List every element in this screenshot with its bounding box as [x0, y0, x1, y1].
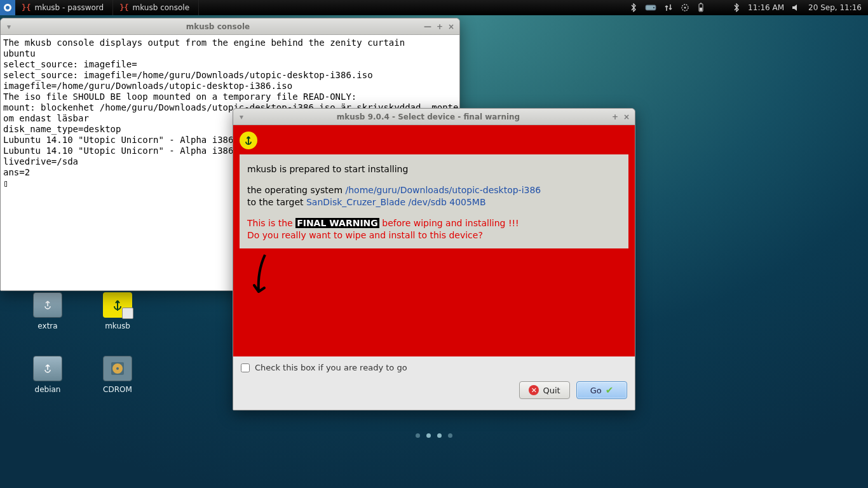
warning-message-box: mkusb is prepared to start installing th…: [240, 154, 628, 248]
clock-2[interactable]: 20 Sep, 11:16: [808, 3, 862, 12]
svg-point-1: [6, 6, 10, 10]
window-title: mkusb 9.0.4 - Select device - final warn…: [250, 112, 607, 121]
button-label: Go: [590, 386, 602, 395]
task-label: mkusb - password: [34, 3, 104, 12]
desktop-icon-cdrom[interactable]: CDROM: [89, 356, 146, 394]
app-x-icon: }{: [119, 3, 128, 12]
check-icon: ✔: [606, 384, 614, 396]
dialog-titlebar[interactable]: ▾ mkusb 9.0.4 - Select device - final wa…: [233, 109, 635, 125]
window-title: mkusb console: [17, 22, 419, 31]
task-label: mkusb console: [133, 3, 189, 12]
window-menu-icon[interactable]: ▾: [233, 112, 250, 121]
minimize-button[interactable]: —: [424, 22, 431, 31]
desktop-icons: extra mkusb debian CDROM: [19, 292, 153, 394]
msg-line-2: the operating system /home/guru/Download…: [247, 184, 621, 196]
confirm-question: Do you really want to wipe and install t…: [247, 229, 621, 241]
button-label: Quit: [543, 386, 560, 395]
top-panel: }{ mkusb - password }{ mkusb console 11:…: [0, 0, 868, 15]
source-path-link: /home/guru/Downloads/utopic-desktop-i386: [345, 185, 541, 195]
svg-rect-8: [700, 8, 702, 11]
desktop-icon-extra[interactable]: extra: [19, 292, 76, 330]
svg-point-5: [684, 7, 686, 9]
ready-checkbox[interactable]: [241, 363, 250, 372]
taskbar-item-mkusb-console[interactable]: }{ mkusb console: [113, 0, 199, 15]
final-warning-badge: FINAL WARNING: [295, 218, 379, 228]
close-button[interactable]: ×: [623, 112, 630, 121]
ready-checkbox-row: Check this box if you are ready to go: [233, 356, 635, 376]
settings-wrench-icon[interactable]: [681, 3, 689, 12]
maximize-button[interactable]: +: [612, 112, 618, 121]
target-device-link: SanDisk_Cruzer_Blade /dev/sdb 4005MB: [306, 197, 486, 207]
final-warning-dialog: ▾ mkusb 9.0.4 - Select device - final wa…: [233, 108, 635, 410]
svg-rect-7: [700, 3, 702, 4]
desktop-icon-debian[interactable]: debian: [19, 356, 76, 394]
console-titlebar[interactable]: ▾ mkusb console — + ×: [1, 18, 459, 35]
desktop-icon-label: debian: [19, 385, 76, 394]
system-tray: 11:16 AM 20 Sep, 11:16: [623, 3, 868, 13]
quit-button[interactable]: ✕ Quit: [519, 381, 570, 399]
desktop-icon-mkusb[interactable]: mkusb: [89, 292, 146, 330]
warning-red-area: mkusb is prepared to start installing th…: [233, 125, 635, 356]
usb-circle-icon: [240, 132, 257, 149]
svg-point-3: [653, 7, 654, 8]
arrow-down-icon: [251, 252, 270, 303]
drive-tray-icon[interactable]: [645, 4, 656, 11]
network-icon[interactable]: [664, 3, 673, 12]
window-menu-icon[interactable]: ▾: [1, 22, 17, 31]
desktop-icon-label: mkusb: [89, 322, 146, 330]
svg-point-11: [116, 367, 119, 370]
cancel-x-icon: ✕: [529, 385, 539, 395]
ready-checkbox-label: Check this box if you are ready to go: [255, 363, 407, 372]
msg-line-1: mkusb is prepared to start installing: [247, 163, 621, 175]
drive-icon: [33, 356, 62, 381]
usb-circle-icon: [103, 292, 132, 318]
volume-icon[interactable]: [792, 4, 801, 11]
busy-indicator: [416, 433, 452, 438]
cdrom-icon: [103, 356, 132, 381]
msg-line-3: to the target SanDisk_Cruzer_Blade /dev/…: [247, 196, 621, 208]
warning-red-lower: [240, 248, 628, 356]
battery-icon[interactable]: [697, 3, 705, 13]
final-warning-line: This is the FINAL WARNING before wiping …: [247, 217, 621, 229]
taskbar-item-mkusb-password[interactable]: }{ mkusb - password: [15, 0, 113, 15]
app-x-icon: }{: [22, 3, 31, 12]
close-button[interactable]: ×: [448, 22, 454, 31]
dialog-buttons: ✕ Quit Go ✔: [233, 376, 635, 407]
desktop-icon-label: CDROM: [89, 385, 146, 394]
desktop-icon-label: extra: [19, 322, 76, 330]
maximize-button[interactable]: +: [437, 22, 443, 31]
app-menu-icon[interactable]: [0, 0, 15, 15]
go-button[interactable]: Go ✔: [576, 381, 627, 399]
bluetooth-icon[interactable]: [630, 3, 637, 12]
clock-1[interactable]: 11:16 AM: [748, 3, 784, 12]
bluetooth-icon-2[interactable]: [733, 3, 740, 12]
drive-icon: [33, 292, 62, 318]
